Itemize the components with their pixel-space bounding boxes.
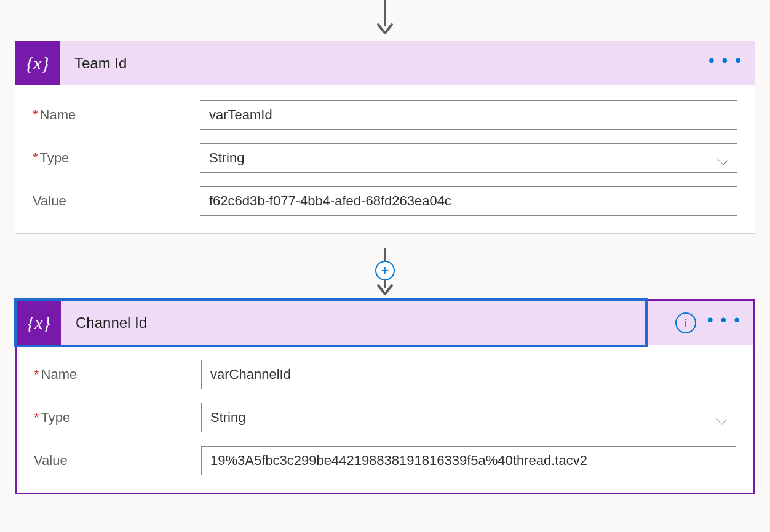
value-input[interactable]: f62c6d3b-f077-4bb4-afed-68fd263ea04c bbox=[200, 186, 737, 216]
variable-icon: {x} bbox=[17, 301, 61, 345]
variable-icon: {x} bbox=[15, 41, 60, 85]
type-select[interactable]: String bbox=[200, 143, 737, 173]
field-row-name: *Name varChannelId bbox=[34, 360, 736, 389]
card-title: Team Id bbox=[74, 55, 127, 72]
field-row-type: *Type String bbox=[34, 403, 736, 432]
field-row-type: *Type String bbox=[33, 143, 737, 173]
action-card-channel-id[interactable]: {x} Channel Id i • • • *Name varChannelI… bbox=[15, 299, 755, 494]
field-label-type: *Type bbox=[34, 410, 201, 426]
name-input[interactable]: varChannelId bbox=[201, 360, 736, 389]
field-label-value: Value bbox=[34, 453, 201, 469]
field-row-name: *Name varTeamId bbox=[33, 100, 737, 130]
action-card-team-id[interactable]: {x} Team Id • • • *Name varTeamId *Type … bbox=[15, 41, 755, 234]
field-row-value: Value 19%3A5fbc3c299be442198838191816339… bbox=[34, 446, 736, 475]
type-select[interactable]: String bbox=[201, 403, 736, 432]
connector-arrow-top bbox=[376, 0, 394, 37]
more-menu-button[interactable]: • • • bbox=[707, 320, 741, 326]
field-label-value: Value bbox=[33, 193, 200, 209]
add-step-button[interactable]: + bbox=[375, 261, 395, 280]
name-input[interactable]: varTeamId bbox=[200, 100, 737, 130]
field-label-name: *Name bbox=[34, 367, 201, 383]
flow-canvas: {x} Team Id • • • *Name varTeamId *Type … bbox=[0, 0, 770, 532]
more-menu-button[interactable]: • • • bbox=[708, 60, 742, 66]
field-label-name: *Name bbox=[33, 107, 200, 123]
info-icon[interactable]: i bbox=[675, 312, 696, 333]
field-row-value: Value f62c6d3b-f077-4bb4-afed-68fd263ea0… bbox=[33, 186, 737, 216]
card-header[interactable]: {x} Team Id • • • bbox=[15, 41, 755, 85]
value-input[interactable]: 19%3A5fbc3c299be442198838191816339f5a%40… bbox=[201, 446, 736, 475]
card-body: *Name varChannelId *Type String Value 19… bbox=[17, 345, 753, 493]
field-label-type: *Type bbox=[33, 150, 200, 166]
card-title: Channel Id bbox=[76, 314, 147, 332]
card-body: *Name varTeamId *Type String Value f62c6… bbox=[15, 85, 755, 233]
card-header[interactable]: {x} Channel Id bbox=[17, 301, 645, 345]
